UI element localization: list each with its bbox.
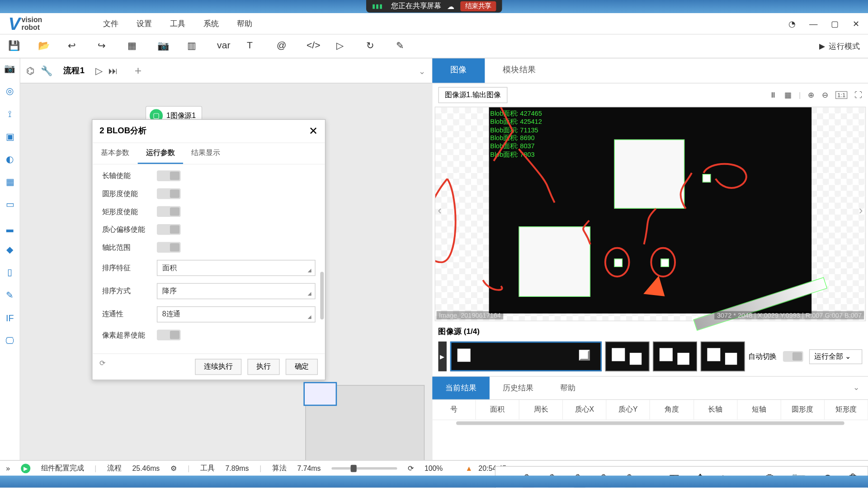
loop-icon[interactable]: ↻ <box>366 40 379 53</box>
right-tab-image[interactable]: 图像 <box>432 58 485 83</box>
flow-tree-icon[interactable]: ⌬ <box>26 65 34 76</box>
thumb-3[interactable] <box>653 342 697 371</box>
redo-icon[interactable]: ↪ <box>98 40 111 53</box>
right-tab-module-result[interactable]: 模块结果 <box>485 58 554 83</box>
menu-file[interactable]: 文件 <box>103 18 118 29</box>
param-rectangularity-toggle[interactable] <box>157 206 181 217</box>
flow-wrench-icon[interactable]: 🔧 <box>41 65 52 76</box>
param-axis-ratio-label: 轴比范围 <box>102 242 157 252</box>
maximize-button[interactable]: ▢ <box>830 19 840 28</box>
dialog-tab-basic[interactable]: 基本参数 <box>92 143 137 164</box>
flow-step-icon[interactable]: ⏭ <box>108 65 118 76</box>
status-algo-ms: 7.74ms <box>297 464 321 472</box>
param-circularity-toggle[interactable] <box>157 188 181 199</box>
result-tab-history[interactable]: 历史结果 <box>490 377 547 399</box>
dialog-tab-run[interactable]: 运行参数 <box>138 143 183 164</box>
result-expand-icon[interactable]: ⌄ <box>845 377 868 399</box>
zoom-out-icon[interactable]: ⊖ <box>822 90 829 99</box>
blob-small-1 <box>614 258 623 267</box>
param-pixel-overflow-toggle[interactable] <box>157 329 181 340</box>
pause-icon[interactable]: ⏸ <box>769 90 777 99</box>
code-icon[interactable]: </> <box>307 40 320 53</box>
tool-select-icon[interactable]: ▣ <box>5 131 15 142</box>
open-icon[interactable]: 📂 <box>38 40 51 53</box>
tool-fill-icon[interactable]: ◆ <box>5 244 15 255</box>
minimize-button[interactable]: — <box>809 19 818 28</box>
tool-gauge-icon[interactable]: ◐ <box>5 154 15 164</box>
save-icon[interactable]: 💾 <box>8 40 21 53</box>
zoom-slider[interactable] <box>331 467 397 469</box>
menu-settings[interactable]: 设置 <box>137 18 152 29</box>
flow-canvas[interactable]: ▢ 1图像源1 2 BLOB分析 ✕ 基本参数 运行参数 结果显示 长轴使能 圆… <box>20 84 432 488</box>
thumb-4[interactable] <box>700 342 745 371</box>
result-table-scrollbar[interactable] <box>456 422 844 425</box>
image-prev-icon[interactable]: ‹ <box>438 203 442 217</box>
zoom-in-icon[interactable]: ⊕ <box>808 90 815 99</box>
text-icon[interactable]: T <box>247 40 260 53</box>
thumb-2[interactable] <box>605 342 649 371</box>
menu-system[interactable]: 系统 <box>203 18 219 29</box>
flow-tabs-dropdown-icon[interactable]: ⌄ <box>419 66 426 75</box>
flow-run-icon[interactable]: ▷ <box>95 65 103 76</box>
dialog-tab-result[interactable]: 结果显示 <box>183 143 228 164</box>
close-button[interactable]: ✕ <box>852 19 861 28</box>
grid-icon[interactable]: ▦ <box>784 90 792 99</box>
camera-icon[interactable]: 📷 <box>157 40 170 53</box>
variable-icon[interactable]: var <box>217 40 230 53</box>
run-scope-select[interactable]: 运行全部 ⌄ <box>809 349 862 364</box>
param-sort-order-select[interactable]: 降序 <box>157 283 316 300</box>
tool-wand-icon[interactable]: ✎ <box>5 290 15 300</box>
status-play-icon[interactable]: ▶ <box>21 464 30 473</box>
blob-overlay-list: Blob面积: 427465 Blob面积: 425412 Blob面积: 71… <box>490 110 542 159</box>
image-next-icon[interactable]: › <box>859 203 863 217</box>
minimap-selection[interactable] <box>303 382 337 406</box>
flow-add-tab[interactable]: + <box>135 64 142 77</box>
fit-icon[interactable]: ⛶ <box>854 90 862 99</box>
tool-target-icon[interactable]: ◎ <box>5 86 15 97</box>
status-expand-icon[interactable]: » <box>6 464 10 472</box>
param-connectivity-label: 连通性 <box>102 310 157 319</box>
param-centroid-offset-toggle[interactable] <box>157 224 181 235</box>
result-tab-current[interactable]: 当前结果 <box>432 377 490 399</box>
auto-switch-toggle[interactable] <box>783 351 803 362</box>
tool-measure-icon[interactable]: ⟟ <box>5 108 15 119</box>
param-axis-ratio-toggle[interactable] <box>157 242 181 253</box>
run-mode-icon[interactable]: ▶ <box>819 42 825 51</box>
global-icon[interactable]: @ <box>277 40 290 53</box>
dialog-ok-button[interactable]: 确定 <box>286 359 318 375</box>
tool-chart-icon[interactable]: ▂ <box>5 222 15 233</box>
param-sort-feature-select[interactable]: 面积 <box>157 260 316 276</box>
menu-help[interactable]: 帮助 <box>237 18 252 29</box>
menu-tools[interactable]: 工具 <box>170 18 185 29</box>
image-view[interactable]: ‹ › Blob面积: 427465 Blob面积: 425412 Blob面积… <box>435 107 866 321</box>
flow-tab-1[interactable]: 流程1 <box>63 65 85 76</box>
notify-icon[interactable]: ◔ <box>787 19 797 28</box>
warning-icon[interactable]: ▲ <box>466 464 473 472</box>
dialog-close-icon[interactable]: ✕ <box>309 125 318 138</box>
param-major-axis-toggle[interactable] <box>157 170 181 181</box>
tool-device-icon[interactable]: ▯ <box>5 267 15 278</box>
calendar-icon[interactable]: ▦ <box>127 40 141 53</box>
barcode-icon[interactable]: ▥ <box>187 40 200 53</box>
tool-camera-icon[interactable]: 📷 <box>5 63 15 74</box>
stop-share-button[interactable]: 结束共享 <box>460 1 496 11</box>
tool-if-icon[interactable]: IF <box>5 312 15 323</box>
dialog-continuous-button[interactable]: 连续执行 <box>195 359 241 375</box>
edit-doc-icon[interactable]: ✎ <box>396 40 409 53</box>
result-tab-help[interactable]: 帮助 <box>547 377 589 399</box>
tool-monitor-icon[interactable]: 🖵 <box>5 335 15 346</box>
tool-crop-icon[interactable]: ▭ <box>5 199 15 210</box>
zoom-reset-icon[interactable]: ⟳ <box>408 464 414 472</box>
run-mode-label[interactable]: 运行模式 <box>829 41 860 52</box>
dialog-execute-button[interactable]: 执行 <box>247 359 279 375</box>
param-connectivity-select[interactable]: 8连通 <box>157 306 316 323</box>
undo-icon[interactable]: ↩ <box>68 40 81 53</box>
thumb-1[interactable] <box>450 342 602 371</box>
play-icon[interactable]: ▷ <box>336 40 349 53</box>
thumb-play-icon[interactable]: ▶ <box>438 342 446 371</box>
zoom-11-icon[interactable]: 1:1 <box>835 91 847 99</box>
tool-pixel-icon[interactable]: ▦ <box>5 176 15 187</box>
dialog-scrollbar[interactable] <box>320 272 324 319</box>
image-source-chip[interactable]: 图像源1.输出图像 <box>438 87 507 103</box>
dialog-refresh-icon[interactable]: ⟳ <box>99 359 109 368</box>
